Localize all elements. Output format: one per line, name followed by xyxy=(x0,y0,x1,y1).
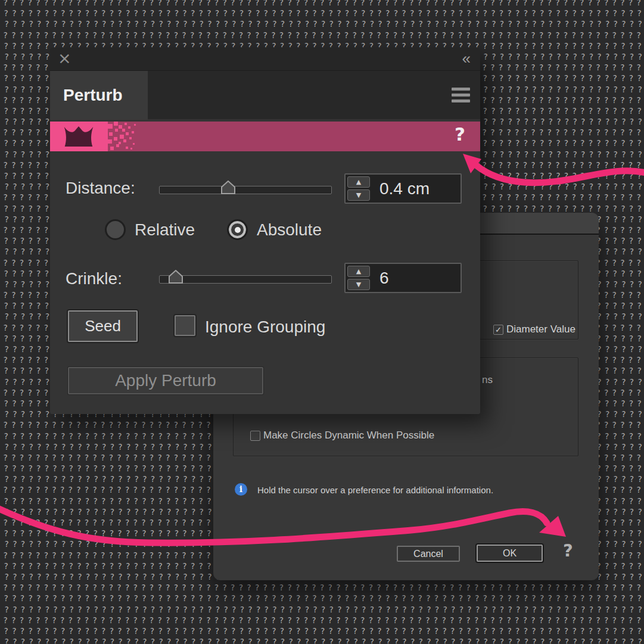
collapse-icon[interactable]: « xyxy=(462,48,471,69)
perturb-panel: × « Perturb ? Distance: xyxy=(50,48,480,414)
diameter-value-label: Diameter Value xyxy=(506,323,575,335)
banner-left-segment xyxy=(50,122,108,151)
increment-button[interactable]: ▲ xyxy=(347,266,370,277)
diameter-value-checkbox[interactable]: ✓ Diameter Value xyxy=(493,323,575,335)
radio-absolute-label: Absolute xyxy=(257,220,322,239)
tab-perturb[interactable]: Perturb xyxy=(50,71,148,120)
distance-label: Distance: xyxy=(66,179,135,198)
slider-track[interactable] xyxy=(159,186,332,194)
slider-thumb-icon[interactable] xyxy=(168,270,183,284)
down-arrow-icon: ▼ xyxy=(356,281,361,288)
decrement-button[interactable]: ▼ xyxy=(347,279,370,290)
crown-icon xyxy=(59,126,98,147)
crinkle-label: Crinkle: xyxy=(66,269,122,288)
seed-button[interactable]: Seed xyxy=(68,310,138,342)
ignore-grouping-checkbox[interactable] xyxy=(175,315,195,336)
desktop: ????????????????????????????????????????… xyxy=(0,0,644,644)
up-arrow-icon: ▲ xyxy=(356,267,361,275)
menu-bar xyxy=(452,94,470,97)
truncated-label: ns xyxy=(482,374,493,386)
panel-titlebar[interactable]: × « xyxy=(50,48,480,70)
panel-menu-icon[interactable] xyxy=(452,88,470,105)
panel-tabrow: Perturb xyxy=(50,70,480,119)
radio-unselected-icon[interactable] xyxy=(105,219,126,240)
radio-selected-icon[interactable] xyxy=(227,219,248,240)
crinkle-slider[interactable] xyxy=(159,275,332,284)
make-circles-dynamic-label: Make Circles Dynamic When Possible xyxy=(263,430,434,441)
ok-button[interactable]: OK xyxy=(477,545,543,562)
radio-absolute[interactable]: Absolute xyxy=(227,219,322,240)
ignore-grouping-label: Ignore Grouping xyxy=(205,318,325,337)
increment-button[interactable]: ▲ xyxy=(347,176,370,188)
crinkle-value[interactable]: 6 xyxy=(372,264,461,292)
distance-value[interactable]: 0.4 cm xyxy=(372,175,461,203)
up-arrow-icon: ▲ xyxy=(356,178,361,186)
decrement-button[interactable]: ▼ xyxy=(347,189,370,201)
promo-banner[interactable]: ? xyxy=(50,122,480,151)
checkbox-checked-icon[interactable]: ✓ xyxy=(493,325,503,335)
slider-thumb-icon[interactable] xyxy=(220,181,236,195)
distance-slider[interactable] xyxy=(159,186,332,194)
apply-perturb-button[interactable]: Apply Perturb xyxy=(68,367,263,394)
cancel-button[interactable]: Cancel xyxy=(397,546,460,562)
check-icon: ✓ xyxy=(495,325,502,334)
dialog-help-icon[interactable]: ? xyxy=(563,540,573,561)
menu-bar xyxy=(452,99,470,102)
panel-title: Perturb xyxy=(63,86,123,105)
make-circles-dynamic-checkbox[interactable]: Make Circles Dynamic When Possible xyxy=(250,430,434,441)
checkbox-unchecked-icon[interactable] xyxy=(250,431,260,441)
banner-help-icon[interactable]: ? xyxy=(455,123,465,145)
slider-track[interactable] xyxy=(159,275,332,284)
radio-relative-label: Relative xyxy=(135,220,195,239)
close-icon[interactable]: × xyxy=(58,47,71,70)
distance-stepper: ▲ ▼ 0.4 cm xyxy=(344,173,462,204)
crinkle-stepper: ▲ ▼ 6 xyxy=(344,263,462,293)
radio-relative[interactable]: Relative xyxy=(105,219,195,240)
info-glyph: i xyxy=(239,484,242,494)
menu-bar xyxy=(452,88,470,91)
down-arrow-icon: ▼ xyxy=(356,191,361,199)
pixel-dissolve xyxy=(108,122,136,151)
info-icon: i xyxy=(235,483,247,496)
info-text: Hold the cursor over a preference for ad… xyxy=(257,485,493,495)
